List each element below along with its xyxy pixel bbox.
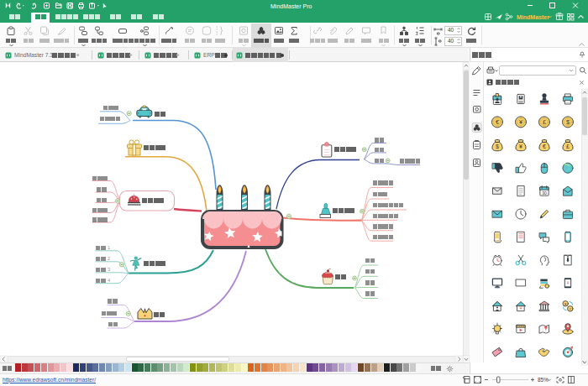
svg-text:30: 30 [542, 190, 547, 196]
svg-text:$: $ [496, 143, 499, 149]
svg-text:£: £ [566, 143, 570, 149]
svg-text:¥: ¥ [567, 281, 570, 285]
svg-text:¥: ¥ [519, 143, 522, 149]
svg-text:€: € [543, 143, 546, 149]
